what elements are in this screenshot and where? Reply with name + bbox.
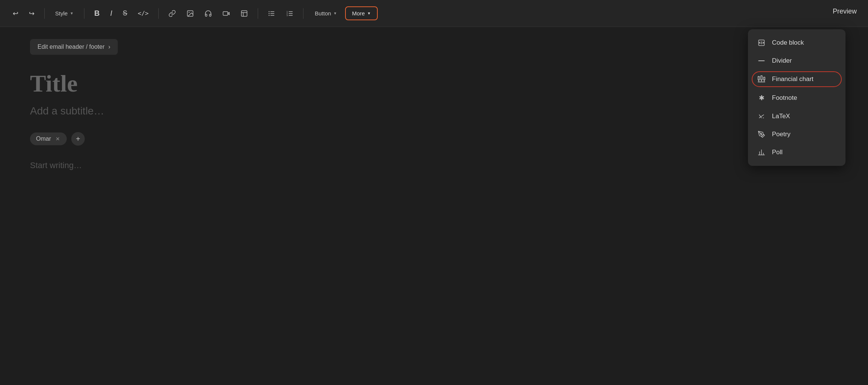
preview-label: Preview: [833, 8, 857, 15]
poll-label: Poll: [772, 149, 782, 156]
toolbar-divider-1: [44, 8, 45, 19]
edit-header-footer-label: Edit email header / footer: [38, 44, 105, 50]
button-insert-button[interactable]: Button ▼: [309, 7, 342, 20]
dropdown-item-divider[interactable]: Divider: [748, 52, 845, 70]
style-dropdown-button[interactable]: Style ▼: [51, 7, 78, 20]
dropdown-item-poll[interactable]: Poll: [748, 143, 845, 161]
poetry-icon: [757, 131, 766, 138]
toolbar-divider-3: [158, 8, 159, 19]
dropdown-item-poetry[interactable]: Poetry: [748, 125, 845, 143]
svg-rect-3: [242, 11, 247, 16]
toolbar: ↩ ↪ Style ▼ B I S </> 123 Button ▼ More …: [0, 0, 868, 27]
toolbar-divider-5: [303, 8, 303, 19]
svg-rect-22: [761, 76, 762, 80]
add-author-button[interactable]: +: [71, 132, 85, 146]
button-label: Button: [315, 10, 331, 17]
more-button[interactable]: More ▼: [345, 6, 377, 20]
start-writing-placeholder[interactable]: Start writing…: [30, 161, 838, 170]
more-chevron-icon: ▼: [367, 11, 371, 15]
financial-chart-icon: [757, 75, 766, 83]
author-name: Omar: [36, 135, 51, 142]
svg-rect-2: [223, 12, 228, 15]
svg-point-9: [269, 11, 270, 12]
page-title[interactable]: Title: [30, 70, 838, 98]
audio-button[interactable]: [201, 7, 216, 20]
dropdown-item-footnote[interactable]: ✱ Footnote: [748, 89, 845, 107]
link-button[interactable]: [165, 7, 180, 20]
financial-chart-label: Financial chart: [772, 75, 814, 83]
numbered-list-icon: 123: [286, 10, 293, 17]
svg-point-11: [269, 15, 270, 16]
poll-icon: [757, 149, 766, 156]
poetry-label: Poetry: [772, 131, 790, 138]
more-dropdown-menu: Code block Divider Financial chart: [748, 29, 845, 166]
svg-point-10: [269, 13, 270, 14]
latex-icon: [757, 113, 766, 120]
main-content: Edit email header / footer › Title Add a…: [0, 27, 868, 182]
bullet-list-icon: [268, 10, 275, 17]
italic-button[interactable]: I: [107, 6, 116, 21]
code-inline-button[interactable]: </>: [134, 7, 152, 20]
strikethrough-button[interactable]: S: [119, 6, 131, 20]
bullet-list-button[interactable]: [264, 7, 279, 20]
svg-rect-21: [758, 77, 760, 80]
video-button[interactable]: [219, 7, 234, 20]
page-subtitle[interactable]: Add a subtitle…: [30, 105, 838, 117]
code-block-icon: [757, 39, 766, 47]
author-area: Omar ✕ +: [30, 132, 838, 146]
author-tag: Omar ✕: [30, 132, 67, 145]
toolbar-divider-4: [258, 8, 258, 19]
svg-rect-23: [764, 77, 765, 80]
toolbar-divider-2: [84, 8, 84, 19]
embed-icon: [240, 10, 248, 17]
redo-button[interactable]: ↪: [25, 6, 38, 21]
remove-author-button[interactable]: ✕: [55, 136, 61, 142]
latex-label: LaTeX: [772, 113, 790, 120]
svg-point-1: [189, 12, 190, 12]
video-icon: [222, 10, 230, 17]
preview-button[interactable]: Preview: [821, 0, 868, 23]
divider-label: Divider: [772, 57, 792, 65]
audio-icon: [204, 10, 212, 17]
undo-button[interactable]: ↩: [9, 6, 22, 21]
image-icon: [186, 10, 194, 17]
link-icon: [168, 10, 176, 17]
edit-header-footer-button[interactable]: Edit email header / footer ›: [30, 39, 118, 55]
embed-button[interactable]: [237, 7, 252, 20]
dropdown-item-financial-chart[interactable]: Financial chart: [748, 70, 845, 89]
footnote-icon: ✱: [757, 94, 766, 102]
bold-button[interactable]: B: [90, 6, 103, 21]
image-button[interactable]: [183, 7, 198, 20]
style-label: Style: [55, 10, 68, 17]
divider-icon: [757, 57, 766, 65]
code-block-label: Code block: [772, 39, 804, 47]
numbered-list-button[interactable]: 123: [282, 7, 297, 20]
dropdown-item-code-block[interactable]: Code block: [748, 34, 845, 52]
dropdown-item-latex[interactable]: LaTeX: [748, 107, 845, 125]
button-chevron-icon: ▼: [333, 11, 337, 15]
footnote-label: Footnote: [772, 94, 797, 102]
more-label: More: [352, 10, 365, 17]
svg-text:3: 3: [287, 14, 288, 16]
style-chevron-icon: ▼: [70, 11, 74, 15]
edit-header-chevron-icon: ›: [108, 44, 110, 50]
